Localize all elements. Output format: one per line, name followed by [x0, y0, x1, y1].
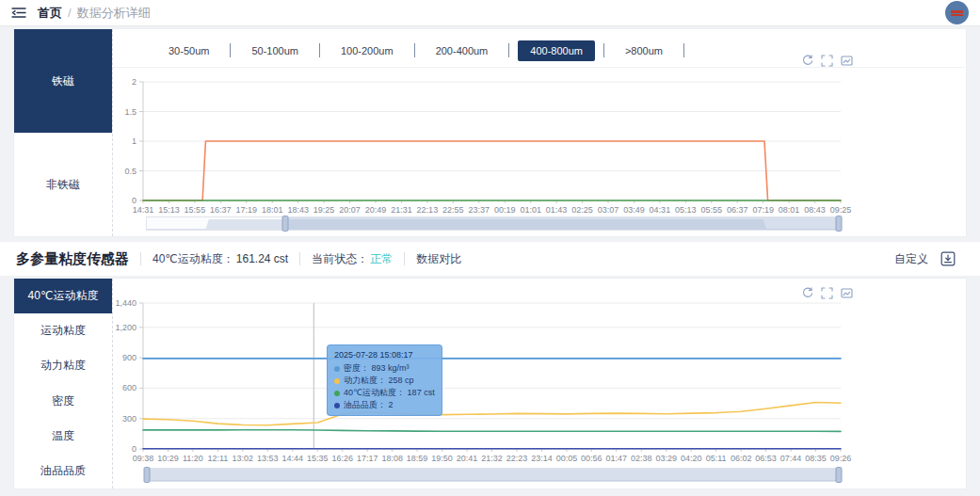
- svg-text:09:25: 09:25: [830, 205, 852, 215]
- top-header: 首页 / 数据分析详细: [0, 0, 980, 26]
- svg-text:22:23: 22:23: [506, 454, 528, 463]
- svg-text:12:11: 12:11: [207, 454, 228, 463]
- svg-text:05:13: 05:13: [675, 205, 697, 215]
- svg-text:23:37: 23:37: [469, 205, 490, 215]
- svg-text:07:44: 07:44: [780, 454, 802, 463]
- svg-text:06:37: 06:37: [727, 205, 748, 215]
- svg-text:00:05: 00:05: [556, 454, 578, 463]
- svg-text:600: 600: [122, 383, 137, 392]
- svg-text:0: 0: [132, 444, 137, 454]
- svg-text:1,200: 1,200: [115, 323, 137, 332]
- svg-text:11:20: 11:20: [183, 454, 203, 463]
- svg-text:18:01: 18:01: [262, 205, 283, 215]
- user-avatar[interactable]: [945, 1, 969, 24]
- chart1-datazoom-slider[interactable]: [146, 216, 840, 231]
- svg-text:0.5: 0.5: [124, 167, 137, 176]
- status-value: 正常: [370, 251, 393, 267]
- svg-text:1: 1: [132, 136, 137, 146]
- datazoom-handle-left[interactable]: [144, 467, 151, 483]
- svg-text:20:41: 20:41: [457, 454, 478, 463]
- svg-text:10:29: 10:29: [157, 454, 179, 463]
- breadcrumb-home[interactable]: 首页: [38, 5, 62, 22]
- svg-text:21:32: 21:32: [481, 454, 503, 463]
- viscosity-metric-label: 40℃运动粘度：: [153, 251, 234, 267]
- svg-text:13:53: 13:53: [257, 454, 279, 463]
- svg-text:18:59: 18:59: [407, 454, 428, 463]
- svg-text:03:49: 03:49: [623, 205, 645, 215]
- svg-text:18:08: 18:08: [381, 454, 403, 463]
- svg-text:06:53: 06:53: [755, 454, 777, 463]
- svg-text:00:56: 00:56: [581, 454, 602, 463]
- sidebar-item-油品品质[interactable]: 油品品质: [14, 454, 112, 488]
- svg-text:09:38: 09:38: [133, 454, 154, 463]
- svg-text:00:19: 00:19: [494, 205, 516, 215]
- export-icon[interactable]: [940, 251, 956, 266]
- svg-text:14:31: 14:31: [133, 205, 154, 215]
- svg-text:21:31: 21:31: [391, 205, 412, 215]
- sidebar-item-运动粘度[interactable]: 运动粘度: [14, 313, 112, 348]
- svg-text:15:13: 15:13: [158, 205, 180, 215]
- page: 首页 / 数据分析详细 铁磁非铁磁 30-50um50-100um100-200…: [0, 0, 980, 496]
- svg-text:06:02: 06:02: [731, 454, 752, 463]
- svg-text:08:01: 08:01: [779, 205, 800, 215]
- svg-text:09:26: 09:26: [830, 454, 852, 463]
- datazoom-selected-range[interactable]: [147, 469, 839, 481]
- data-compare-link[interactable]: 数据对比: [416, 251, 461, 267]
- svg-text:08:43: 08:43: [804, 205, 826, 215]
- datazoom-handle-right[interactable]: [836, 467, 843, 483]
- svg-text:16:37: 16:37: [210, 205, 232, 215]
- svg-text:300: 300: [122, 414, 137, 424]
- custom-button[interactable]: 自定义: [894, 251, 928, 267]
- sidebar-item-密度[interactable]: 密度: [14, 384, 112, 419]
- datazoom-handle-right[interactable]: [836, 216, 843, 232]
- sidebar-item-温度[interactable]: 温度: [14, 419, 112, 454]
- svg-text:14:44: 14:44: [282, 454, 304, 463]
- svg-text:15:35: 15:35: [307, 454, 329, 463]
- svg-text:05:11: 05:11: [706, 454, 727, 463]
- svg-text:19:50: 19:50: [431, 454, 453, 463]
- chart2-datazoom-slider[interactable]: [146, 468, 840, 482]
- datazoom-handle-left[interactable]: [282, 216, 289, 232]
- svg-text:17:19: 17:19: [236, 205, 258, 215]
- avatar-logo: [951, 10, 963, 16]
- viscosity-metric-value: 161.24 cst: [236, 252, 288, 265]
- svg-text:0: 0: [132, 196, 137, 205]
- svg-text:02:38: 02:38: [631, 454, 652, 463]
- particle-chart[interactable]: 00.511.5214:3115:1315:5516:3717:1918:011…: [112, 47, 967, 215]
- datazoom-selected-range[interactable]: [285, 217, 839, 230]
- svg-text:20:07: 20:07: [339, 205, 361, 215]
- breadcrumb-current: 数据分析详细: [77, 5, 151, 22]
- svg-text:1,440: 1,440: [115, 298, 137, 308]
- svg-text:01:43: 01:43: [546, 205, 568, 215]
- viscosity-chart[interactable]: 03006009001,2001,44009:3810:2911:2012:11…: [112, 282, 967, 463]
- svg-text:22:55: 22:55: [442, 205, 464, 215]
- particle-panel: 铁磁非铁磁 30-50um50-100um100-200um200-400um4…: [13, 28, 967, 237]
- svg-text:1.5: 1.5: [124, 107, 137, 117]
- divider: [140, 252, 141, 265]
- divider: [299, 252, 300, 265]
- sidebar-item-铁磁[interactable]: 铁磁: [14, 29, 112, 133]
- breadcrumb-separator: /: [68, 6, 72, 20]
- svg-text:15:55: 15:55: [185, 205, 206, 215]
- svg-text:18:43: 18:43: [287, 205, 309, 215]
- svg-text:17:17: 17:17: [357, 454, 378, 463]
- svg-text:02:25: 02:25: [571, 205, 593, 215]
- svg-text:22:13: 22:13: [417, 205, 439, 215]
- svg-text:13:02: 13:02: [233, 454, 254, 463]
- svg-text:07:19: 07:19: [752, 205, 774, 215]
- sidebar-item-动力粘度[interactable]: 动力粘度: [14, 348, 112, 383]
- svg-text:19:25: 19:25: [313, 205, 335, 215]
- sidebar-item-40℃运动粘度[interactable]: 40℃运动粘度: [14, 279, 112, 313]
- svg-text:04:31: 04:31: [650, 205, 671, 215]
- svg-text:05:55: 05:55: [701, 205, 723, 215]
- viscosity-sidebar: 40℃运动粘度运动粘度动力粘度密度温度油品品质: [14, 279, 113, 488]
- svg-text:23:14: 23:14: [531, 454, 553, 463]
- section-title: 多参量粘度传感器: [16, 250, 129, 268]
- svg-text:16:26: 16:26: [331, 454, 353, 463]
- sidebar-item-非铁磁[interactable]: 非铁磁: [14, 133, 112, 236]
- menu-fold-icon[interactable]: [11, 7, 26, 19]
- svg-text:01:01: 01:01: [520, 205, 541, 215]
- status-label: 当前状态：: [312, 251, 368, 267]
- svg-text:2: 2: [132, 77, 137, 87]
- svg-text:01:47: 01:47: [606, 454, 628, 463]
